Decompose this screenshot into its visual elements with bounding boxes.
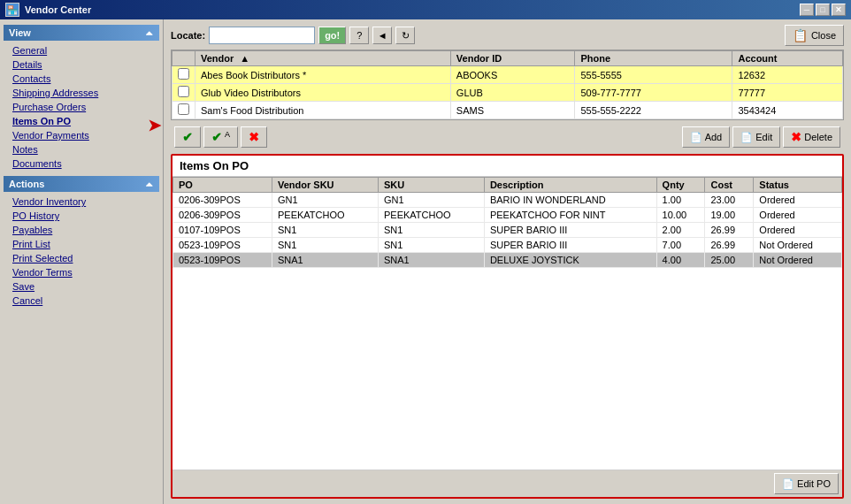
- vendor-checkbox-3[interactable]: [178, 103, 189, 115]
- col-checkbox: [172, 51, 196, 66]
- actions-section-header[interactable]: Actions ⏶: [4, 176, 159, 192]
- uncheck-button[interactable]: ✖: [241, 126, 267, 148]
- go-button[interactable]: go!: [318, 27, 346, 44]
- vendor-phone-2: 509-777-7777: [575, 84, 732, 102]
- vendor-phone-1: 555-5555: [575, 66, 732, 84]
- sidebar-item-general[interactable]: General: [4, 43, 159, 57]
- locate-label: Locate:: [171, 30, 205, 41]
- items-row[interactable]: 0206-309POS PEEKATCHOO PEEKATCHOO PEEKAT…: [173, 208, 842, 223]
- refresh-button[interactable]: ↻: [395, 27, 415, 44]
- delete-button[interactable]: ✖ Delete: [783, 126, 840, 148]
- sidebar-item-vendor-inventory[interactable]: Vendor Inventory: [4, 195, 159, 209]
- delete-icon: ✖: [791, 130, 801, 144]
- col-po: PO: [173, 178, 272, 193]
- vendor-row[interactable]: Sam's Food Distribution SAMS 555-555-222…: [172, 102, 843, 119]
- col-status: Status: [754, 178, 842, 193]
- items-row[interactable]: 0523-109POS SNA1 SNA1 DELUXE JOYSTICK 4.…: [173, 253, 842, 268]
- sidebar-item-documents[interactable]: Documents: [4, 157, 159, 171]
- vendor-id-3: SAMS: [450, 102, 575, 119]
- items-table-container[interactable]: PO Vendor SKU SKU Description Qnty Cost …: [172, 177, 842, 470]
- sidebar: View ⏶ General Details Contacts Shipping…: [0, 19, 164, 504]
- window-close-button[interactable]: ✕: [832, 4, 846, 16]
- col-cost: Cost: [705, 178, 754, 193]
- back-button[interactable]: ◄: [372, 27, 392, 44]
- col-phone: Phone: [575, 51, 732, 66]
- vendor-account-3: 3543424: [732, 102, 843, 119]
- sidebar-item-save[interactable]: Save: [4, 279, 159, 294]
- items-row[interactable]: 0523-109POS SN1 SN1 SUPER BARIO III 7.00…: [173, 238, 842, 253]
- sidebar-item-print-list[interactable]: Print List: [4, 237, 159, 251]
- vendor-phone-3: 555-555-2222: [575, 102, 732, 119]
- app-icon: 🏪: [5, 3, 19, 17]
- close-button[interactable]: 📋 Close: [785, 25, 844, 46]
- sidebar-item-po-history[interactable]: PO History: [4, 209, 159, 223]
- content-area: Locate: go! ? ◄ ↻ 📋 Close Vendor: [164, 19, 851, 504]
- vendor-account-2: 77777: [732, 84, 843, 102]
- col-vendor-sku: Vendor SKU: [272, 178, 379, 193]
- check-all-icon: ✔: [211, 130, 222, 144]
- check-button[interactable]: ✔: [174, 126, 201, 148]
- items-row[interactable]: 0107-109POS SN1 SN1 SUPER BARIO III 2.00…: [173, 223, 842, 238]
- col-qnty: Qnty: [656, 178, 705, 193]
- window-controls: ─ □ ✕: [800, 4, 846, 16]
- main-container: View ⏶ General Details Contacts Shipping…: [0, 19, 851, 504]
- title-bar: 🏪 Vendor Center ─ □ ✕: [0, 0, 851, 19]
- items-table: PO Vendor SKU SKU Description Qnty Cost …: [172, 177, 842, 268]
- sidebar-item-shipping-addresses[interactable]: Shipping Addresses: [4, 86, 159, 100]
- vendor-actions: ✔ ✔ A ✖ 📄 Add 📄 Edit ✖ Delete: [171, 124, 844, 150]
- edit-po-button[interactable]: 📄 Edit PO: [774, 473, 839, 494]
- vendor-table: Vendor ▲ Vendor ID Phone Account Abes Bo…: [172, 50, 843, 119]
- col-vendor-id: Vendor ID: [450, 51, 575, 66]
- sidebar-item-cancel[interactable]: Cancel: [4, 294, 159, 308]
- sidebar-item-print-selected[interactable]: Print Selected: [4, 251, 159, 265]
- edit-po-icon: 📄: [782, 478, 794, 490]
- vendor-id-2: GLUB: [450, 84, 575, 102]
- vendor-name-1: Abes Book Distributors *: [196, 66, 451, 84]
- sidebar-item-notes[interactable]: Notes: [4, 142, 159, 157]
- col-sku: SKU: [378, 178, 484, 193]
- vendor-row[interactable]: Glub Video Distributors GLUB 509-777-777…: [172, 84, 843, 102]
- locate-input[interactable]: [209, 27, 315, 44]
- close-icon: 📋: [793, 28, 808, 42]
- vendor-table-container: Vendor ▲ Vendor ID Phone Account Abes Bo…: [171, 50, 844, 120]
- actions-label: Actions: [9, 179, 44, 189]
- sidebar-item-contacts[interactable]: Contacts: [4, 72, 159, 86]
- view-chevron-icon: ⏶: [145, 28, 154, 38]
- edit-po-row: 📄 Edit PO: [172, 470, 842, 497]
- actions-chevron-icon: ⏶: [145, 179, 154, 189]
- sidebar-item-purchase-orders[interactable]: Purchase Orders: [4, 100, 159, 114]
- sidebar-item-details[interactable]: Details: [4, 57, 159, 72]
- vendor-id-1: ABOOKS: [450, 66, 575, 84]
- minimize-button[interactable]: ─: [800, 4, 814, 16]
- items-on-po-panel: Items On PO PO Vendor SKU SKU Descriptio…: [171, 154, 844, 499]
- col-vendor: Vendor ▲: [196, 51, 451, 66]
- col-account: Account: [732, 51, 843, 66]
- check-all-button[interactable]: ✔ A: [203, 126, 238, 148]
- locate-bar: Locate: go! ? ◄ ↻: [171, 25, 415, 46]
- view-label: View: [9, 27, 31, 38]
- sidebar-item-vendor-terms[interactable]: Vendor Terms: [4, 265, 159, 279]
- vendor-checkbox-1[interactable]: [178, 68, 189, 80]
- view-section-header[interactable]: View ⏶: [4, 25, 159, 41]
- x-icon: ✖: [249, 130, 259, 144]
- col-description: Description: [484, 178, 656, 193]
- vendor-row[interactable]: Abes Book Distributors * ABOOKS 555-5555…: [172, 66, 843, 84]
- help-button[interactable]: ?: [349, 27, 369, 44]
- vendor-name-3: Sam's Food Distribution: [196, 102, 451, 119]
- add-icon: 📄: [690, 132, 702, 143]
- vendor-account-1: 12632: [732, 66, 843, 84]
- sidebar-item-payables[interactable]: Payables: [4, 223, 159, 237]
- edit-button[interactable]: 📄 Edit: [732, 126, 780, 148]
- add-button[interactable]: 📄 Add: [682, 126, 731, 148]
- maximize-button[interactable]: □: [816, 4, 830, 16]
- vendor-name-2: Glub Video Distributors: [196, 84, 451, 102]
- edit-icon: 📄: [740, 132, 753, 143]
- sidebar-item-vendor-payments[interactable]: Vendor Payments: [4, 128, 159, 142]
- window-title: Vendor Center: [25, 4, 800, 15]
- items-on-po-title: Items On PO: [172, 156, 842, 177]
- items-row[interactable]: 0206-309POS GN1 GN1 BARIO IN WONDERLAND …: [173, 193, 842, 208]
- check-icon: ✔: [182, 130, 193, 144]
- sidebar-item-items-on-po[interactable]: Items On PO ➤: [4, 114, 159, 128]
- arrow-indicator-icon: ➤: [148, 116, 161, 135]
- vendor-checkbox-2[interactable]: [178, 86, 189, 97]
